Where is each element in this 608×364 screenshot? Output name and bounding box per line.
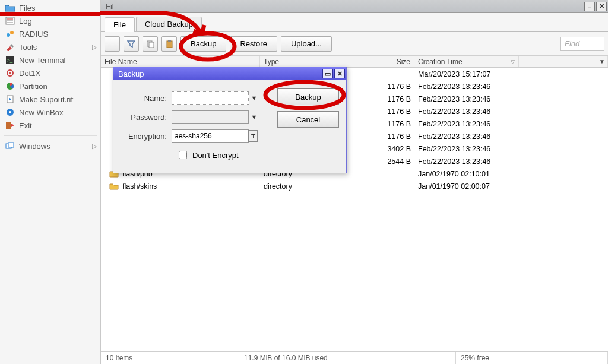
sidebar-item-label: New Terminal <box>19 56 66 65</box>
sort-desc-icon: ▽ <box>511 59 515 65</box>
svg-text:>_: >_ <box>7 58 13 63</box>
sidebar-item-exit[interactable]: Exit <box>0 119 100 132</box>
col-type[interactable]: Type <box>260 56 343 67</box>
paste-button[interactable] <box>162 36 177 52</box>
window-title: Fil <box>106 2 114 11</box>
restore-button[interactable]: Restore <box>230 36 277 52</box>
dialog-minimize-button[interactable]: ▭ <box>322 69 333 78</box>
encryption-select[interactable]: aes-sha256 <box>172 129 249 143</box>
encryption-label: Encryption: <box>121 132 172 141</box>
svg-rect-20 <box>168 40 171 42</box>
chevron-down-icon[interactable]: ▼ <box>249 94 259 102</box>
sidebar-item-label: Exit <box>19 121 32 130</box>
svg-point-9 <box>10 72 11 74</box>
col-extra[interactable]: ▼ <box>519 56 608 67</box>
svg-point-5 <box>10 31 14 34</box>
chevron-right-icon: ▷ <box>92 143 97 150</box>
tab-file[interactable]: File <box>104 17 135 32</box>
dont-encrypt-label: Don't Encrypt <box>192 151 239 160</box>
dialog-close-button[interactable]: ✕ <box>334 69 345 78</box>
col-creation-time[interactable]: Creation Time▽ <box>414 56 519 67</box>
dialog-backup-button[interactable]: Backup <box>277 88 339 105</box>
remove-button[interactable]: — <box>104 36 120 52</box>
exit-icon <box>5 121 15 130</box>
grid-header: File Name Type Size Creation Time▽ ▼ <box>101 56 608 68</box>
sidebar: Files Log RADIUS Tools ▷ >_ New Termina <box>0 0 101 364</box>
status-free: 25% free <box>456 352 608 364</box>
sidebar-item-windows[interactable]: Windows ▷ <box>0 140 100 153</box>
copy-button[interactable] <box>142 36 158 52</box>
terminal-icon: >_ <box>5 55 15 65</box>
col-file-name[interactable]: File Name <box>101 56 260 67</box>
log-icon <box>5 16 15 26</box>
filter-button[interactable] <box>124 36 139 52</box>
sidebar-item-new-winbox[interactable]: New WinBox <box>0 106 100 119</box>
sidebar-item-dot1x[interactable]: Dot1X <box>0 67 100 80</box>
name-input[interactable] <box>172 91 249 105</box>
svg-rect-16 <box>8 143 14 147</box>
status-usage: 11.9 MiB of 16.0 MiB used <box>239 352 456 364</box>
sidebar-item-label: Log <box>19 17 32 26</box>
columns-dropdown-icon[interactable]: ▼ <box>599 58 605 65</box>
window-titlebar[interactable]: Fil – ✕ <box>101 0 608 13</box>
dialog-title: Backup <box>118 69 144 78</box>
folder-icon <box>5 3 15 12</box>
sidebar-item-label: Dot1X <box>19 69 40 78</box>
status-count: 10 items <box>101 352 239 364</box>
tab-cloud-backup[interactable]: Cloud Backup <box>136 17 202 31</box>
sidebar-item-files[interactable]: Files <box>0 1 100 14</box>
tab-bar: File Cloud Backup <box>101 13 608 32</box>
close-button[interactable]: ✕ <box>596 2 607 11</box>
chevron-down-icon[interactable]: ∓ <box>248 130 258 142</box>
minimize-button[interactable]: – <box>584 2 595 11</box>
dot1x-icon <box>5 68 15 78</box>
sidebar-item-label: Windows <box>19 142 50 151</box>
svg-point-13 <box>9 111 11 113</box>
name-label: Name: <box>121 94 172 103</box>
backup-dialog: Backup ▭ ✕ Name: ▼ Password: ▼ Encryptio… <box>113 67 347 173</box>
winbox-icon <box>5 107 15 117</box>
tools-icon <box>5 42 15 52</box>
sidebar-item-log[interactable]: Log <box>0 14 100 27</box>
find-input[interactable]: Find <box>560 37 604 51</box>
svg-rect-14 <box>6 122 11 129</box>
radius-icon <box>5 29 15 39</box>
windows-icon <box>5 141 15 151</box>
backup-button[interactable]: Backup <box>180 36 226 52</box>
dialog-titlebar[interactable]: Backup ▭ ✕ <box>113 67 346 80</box>
svg-rect-18 <box>149 42 154 48</box>
toolbar: — Backup Restore Upload... Find <box>101 32 608 56</box>
folder-icon <box>109 182 119 190</box>
dialog-cancel-button[interactable]: Cancel <box>277 111 339 128</box>
sidebar-item-label: New WinBox <box>19 108 63 117</box>
sidebar-item-make-supout[interactable]: Make Supout.rif <box>0 93 100 106</box>
sidebar-item-partition[interactable]: Partition <box>0 80 100 93</box>
supout-icon <box>5 94 15 104</box>
sidebar-item-new-terminal[interactable]: >_ New Terminal <box>0 53 100 67</box>
status-bar: 10 items 11.9 MiB of 16.0 MiB used 25% f… <box>101 351 608 364</box>
sidebar-item-radius[interactable]: RADIUS <box>0 27 100 40</box>
sidebar-item-label: Tools <box>19 43 37 52</box>
chevron-down-icon[interactable]: ▼ <box>249 113 259 121</box>
sidebar-item-label: Files <box>19 4 35 12</box>
dont-encrypt-checkbox[interactable] <box>179 151 187 159</box>
sidebar-item-label: Make Supout.rif <box>19 95 73 104</box>
svg-point-4 <box>7 33 10 37</box>
sidebar-item-label: Partition <box>19 82 48 91</box>
col-size[interactable]: Size <box>343 56 414 67</box>
password-label: Password: <box>121 113 172 122</box>
chevron-right-icon: ▷ <box>92 43 97 51</box>
partition-icon <box>5 81 15 91</box>
password-input[interactable] <box>172 110 249 124</box>
table-row[interactable]: flash/skinsdirectoryJan/01/1970 02:00:07 <box>101 180 608 192</box>
file-list-window: Fil – ✕ File Cloud Backup — Backup Resto… <box>101 0 608 364</box>
sidebar-item-label: RADIUS <box>19 30 48 39</box>
upload-button[interactable]: Upload... <box>281 36 332 52</box>
sidebar-item-tools[interactable]: Tools ▷ <box>0 40 100 53</box>
